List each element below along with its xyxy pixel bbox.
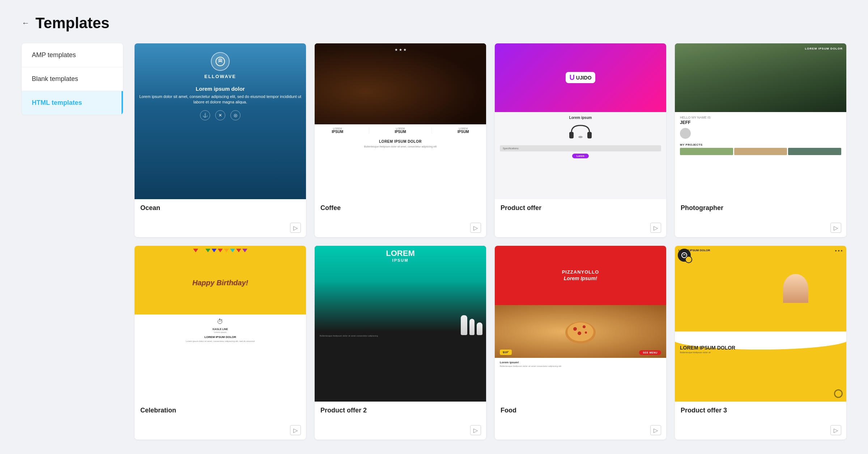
food-bottom: Lorem ipsum! Bullentesque thelipsum dolo… — [495, 358, 666, 402]
back-button[interactable]: ← — [22, 18, 30, 28]
photo-overlay — [675, 43, 846, 112]
coffee-name: Coffee — [320, 204, 480, 212]
product-logo-box: U UJIDO — [566, 72, 595, 83]
food-price-badge: $19° — [500, 350, 512, 355]
photographer-name: Photographer — [681, 204, 841, 212]
star-2: ★ — [399, 48, 402, 52]
product3-name: Product offer 3 — [681, 407, 841, 414]
product2-name: Product offer 2 — [320, 407, 480, 414]
ocean-action: ▷ — [135, 220, 306, 237]
ocean-desc-text: Lorem ipsum dolor sit amet, consectetur … — [139, 94, 302, 105]
template-thumb-product3: LOREM IPSUM DOLOR ★ ★ ★ LOREM IPSUM DOLO… — [675, 246, 846, 402]
food-top: PIZZANYOLLO Lorem Ipsum! — [495, 246, 666, 305]
product-header: U UJIDO — [495, 43, 666, 112]
food-brand: PIZZANYOLLO — [562, 269, 599, 275]
bottle-2 — [469, 319, 475, 335]
product-logo-text: UJIDO — [576, 75, 592, 81]
food-action: ▷ — [495, 423, 666, 440]
page-container: ← Templates AMP templates Blank template… — [0, 0, 868, 454]
photo-projects-label: MY PROJECTS — [680, 143, 841, 146]
food-name: Food — [501, 407, 660, 414]
prod3-spiral-icon — [834, 389, 843, 398]
template-card-coffee[interactable]: ★ ★ ★ LOREM IPSUM LOREM IPSUM — [315, 43, 486, 237]
photographer-select-button[interactable]: ▷ — [830, 223, 841, 233]
coffee-stat-1: LOREM IPSUM — [332, 127, 343, 134]
svg-rect-3 — [587, 132, 592, 138]
flag-6 — [224, 249, 229, 252]
photo-grid-1 — [680, 148, 733, 155]
coffee-label-1: LOREM — [332, 127, 343, 130]
coffee-stars: ★ ★ ★ — [395, 48, 407, 52]
photo-hero-text: LOREM IPSUM DOLOR — [805, 47, 843, 50]
template-card-photographer[interactable]: LOREM IPSUM DOLOR HELLO MY NAME IS JEFF … — [675, 43, 846, 237]
celeb-small: Lorem ipsum — [140, 331, 301, 333]
bottle-3 — [477, 322, 482, 335]
template-thumb-ocean: ELLOWAVE Lorem ipsum dolor Lorem ipsum d… — [135, 43, 306, 199]
flag-1 — [193, 249, 198, 252]
prod3-top: LOREM IPSUM DOLOR ★ ★ ★ — [675, 246, 846, 331]
prod3-bottom: LOREM IPSUM DOLOR Bullentesque thelipsum… — [675, 331, 846, 402]
ocean-select-button[interactable]: ▷ — [290, 223, 301, 233]
template-card-celebration[interactable]: Happy Birthday! ⏱ KAGLE LINE Lorem ipsum… — [135, 246, 306, 440]
coffee-label-3: LOREM — [458, 127, 469, 130]
prod3-text: LOREM IPSUM DOLOR Bullentesque thelipsum… — [680, 345, 841, 354]
product-select-button[interactable]: ▷ — [650, 223, 661, 233]
coffee-stats: LOREM IPSUM LOREM IPSUM LOREM IPSUM — [315, 124, 486, 137]
prod3-circle-small — [685, 256, 692, 263]
photo-grid-2 — [734, 148, 787, 155]
celeb-desc: Lorem ipsum dolor sit amet, consectetur … — [140, 340, 301, 343]
template-card-food[interactable]: PIZZANYOLLO Lorem Ipsum! — [495, 246, 666, 440]
template-card-product-offer-2[interactable]: LOREM IPSUM Bullentesque thelipsum dolor… — [315, 246, 486, 440]
svg-point-9 — [578, 331, 581, 335]
celeb-banner: Happy Birthday! — [135, 246, 306, 314]
photo-grid-3 — [788, 148, 841, 155]
template-card-product-offer-3[interactable]: LOREM IPSUM DOLOR ★ ★ ★ LOREM IPSUM DOLO… — [675, 246, 846, 440]
ocean-icon-1: ⚓ — [200, 110, 210, 120]
coffee-info: Coffee — [315, 199, 486, 220]
ocean-icon-2: ✕ — [215, 110, 225, 120]
template-card-product-offer[interactable]: U UJIDO Lorem ipsum — [495, 43, 666, 237]
ocean-title-text: Lorem ipsum dolor — [196, 86, 245, 92]
flag-3 — [205, 249, 210, 252]
coffee-select-button[interactable]: ▷ — [470, 223, 481, 233]
food-lorem-text: Lorem Ipsum! — [564, 275, 597, 281]
product-body: Lorem ipsum Specifications: Lorem — [495, 112, 666, 199]
sidebar-item-amp[interactable]: AMP templates — [22, 43, 123, 67]
coffee-val-1: IPSUM — [332, 130, 343, 134]
coffee-stat-2: LOREM IPSUM — [395, 127, 406, 134]
star-1: ★ — [395, 48, 398, 52]
template-thumb-food: PIZZANYOLLO Lorem Ipsum! — [495, 246, 666, 402]
template-card-ocean[interactable]: ELLOWAVE Lorem ipsum dolor Lorem ipsum d… — [135, 43, 306, 237]
product2-select-button[interactable]: ▷ — [470, 425, 481, 435]
page-title: Templates — [35, 14, 110, 32]
celeb-flags — [135, 249, 306, 252]
photo-hero: LOREM IPSUM DOLOR — [675, 43, 846, 112]
ocean-logo — [211, 52, 230, 71]
coffee-action: ▷ — [315, 220, 486, 237]
food-select-button[interactable]: ▷ — [650, 425, 661, 435]
ocean-icon-3: ◎ — [230, 110, 241, 120]
product-logo-u: U — [569, 73, 574, 82]
coffee-product-title: LOREM IPSUM DOLOR — [319, 140, 482, 144]
prod2-bottles — [461, 315, 482, 335]
sidebar-item-blank[interactable]: Blank templates — [22, 67, 123, 91]
product3-select-button[interactable]: ▷ — [830, 425, 841, 435]
prod2-title: LOREM — [386, 249, 414, 257]
coffee-val-2: IPSUM — [395, 130, 406, 134]
coffee-div-1 — [369, 127, 369, 134]
prod2-desc: Bullentesque thelipsum dolor sit amet co… — [320, 334, 481, 338]
food-lorem2: Lorem ipsum! — [500, 361, 661, 364]
flag-9 — [242, 249, 247, 252]
celebration-select-button[interactable]: ▷ — [290, 425, 301, 435]
coffee-label-2: LOREM — [395, 127, 406, 130]
prod3-stars: ★ ★ ★ — [835, 249, 843, 252]
template-thumb-product2: LOREM IPSUM Bullentesque thelipsum dolor… — [315, 246, 486, 402]
svg-rect-2 — [569, 132, 574, 138]
svg-point-7 — [573, 327, 577, 331]
ocean-brand-text: ELLOWAVE — [204, 74, 236, 79]
prod2-subtitle: IPSUM — [392, 258, 409, 262]
bottle-1 — [461, 315, 467, 335]
sidebar-item-html[interactable]: HTML templates — [22, 91, 123, 115]
coffee-desc: Bullentesque thelipsum dolor sit amet, c… — [319, 145, 482, 149]
coffee-val-3: IPSUM — [458, 130, 469, 134]
